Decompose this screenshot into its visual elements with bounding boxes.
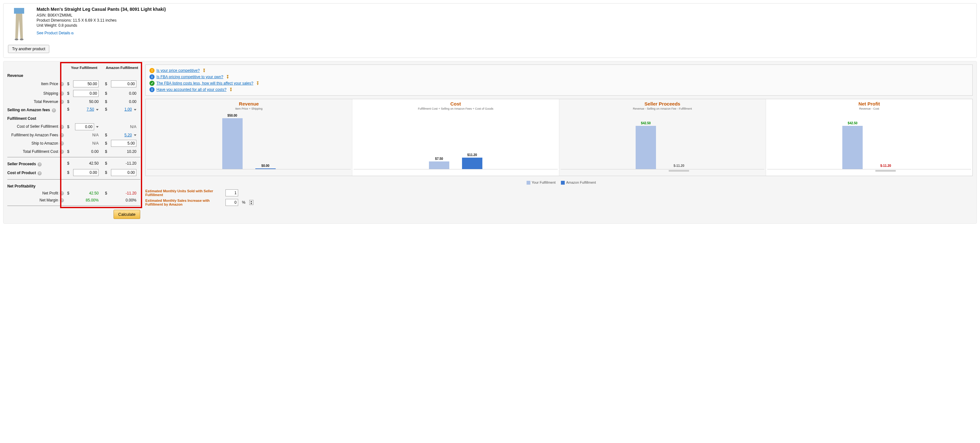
value-net-profit-amazon: -11.20 (108, 190, 141, 197)
help-icon[interactable]: ? (38, 162, 41, 167)
chart-title: Revenue (147, 101, 351, 106)
help-icon[interactable]: ? (60, 141, 64, 146)
value-total-revenue-your: 50.00 (70, 98, 103, 105)
section-revenue: Revenue (7, 71, 141, 79)
input-ship-to-amazon-amazon[interactable] (111, 140, 137, 147)
spinner-up-icon[interactable]: ▲ (250, 200, 253, 202)
legend-label-amazon: Amazon Fulfillment (566, 181, 596, 184)
input-cost-seller-fulfillment-your[interactable] (75, 123, 94, 130)
message-row: iHave you accounted for all of your cost… (150, 86, 969, 93)
external-link-icon: ⧉ (71, 32, 73, 35)
product-asin: ASIN: B06XYZM6ML (37, 13, 165, 17)
label-fulfillment-amazon-fees: Fulfillment by Amazon Fees (11, 133, 58, 137)
bar-negative (669, 170, 689, 171)
chevron-down-icon[interactable] (96, 109, 99, 111)
section-selling-fees: Selling on Amazon fees (7, 108, 50, 112)
bar-negative (875, 170, 896, 171)
bar-rect (429, 162, 449, 169)
bar-label: $-11.20 (880, 164, 891, 167)
help-icon[interactable]: ? (52, 108, 56, 113)
double-chevron-down-icon[interactable]: ▼▼ (256, 81, 259, 85)
bar-label: $0.00 (261, 164, 269, 167)
chart-legend: Your Fulfillment Amazon Fulfillment (145, 178, 973, 187)
help-icon[interactable]: ? (60, 191, 64, 195)
message-link[interactable]: Is your price competitive? (156, 68, 200, 73)
input-item-price-your[interactable] (73, 80, 99, 87)
bar-rect (255, 168, 276, 169)
column-header-amazon: Amazon Fulfillment (103, 65, 141, 71)
label-total-revenue: Total Revenue (34, 100, 58, 104)
spinner-down-icon[interactable]: ▼ (250, 202, 253, 205)
link-fba-fees-amazon[interactable]: 5.20 (124, 133, 132, 137)
double-chevron-down-icon[interactable]: ▼▼ (226, 75, 229, 79)
help-icon[interactable]: ? (60, 92, 64, 96)
calculation-column: Your Fulfillment Amazon Fulfillment Reve… (3, 61, 143, 224)
product-info: Match Men's Straight Leg Casual Pants (3… (37, 7, 165, 41)
legend-swatch-amazon (561, 181, 565, 185)
value-net-margin-amazon: 0.00% (108, 197, 141, 204)
pct-suffix: % (242, 200, 245, 205)
spinner-estimated-increase[interactable]: ▲▼ (249, 200, 253, 205)
bar-rect (222, 118, 243, 169)
bar-label: $11.20 (468, 153, 477, 157)
see-product-details-link[interactable]: See Product Details⧉ (37, 31, 73, 35)
label-total-fulfillment-cost: Total Fulfillment Cost (23, 149, 58, 154)
label-estimated-units: Estimated Monthly Units Sold with Seller… (145, 189, 222, 197)
help-icon[interactable]: ? (60, 198, 64, 202)
help-icon[interactable]: ? (38, 171, 41, 175)
input-estimated-units[interactable] (226, 189, 238, 196)
help-icon[interactable]: ? (60, 125, 64, 129)
chart-net-profit: Net ProfitRevenue - Cost$42.50$-11.20 (766, 99, 972, 176)
value-net-margin-your: 85.00% (70, 197, 103, 204)
link-selling-fees-amazon[interactable]: 1.00 (124, 107, 132, 111)
bar-rect (842, 126, 863, 169)
section-cost-of-product: Cost of Product (7, 171, 36, 175)
bar: $-11.20 (875, 164, 896, 169)
double-chevron-down-icon[interactable]: ▼▼ (202, 69, 206, 73)
svg-point-1 (14, 38, 18, 40)
chart-subtitle: Item Price + Shipping (147, 107, 351, 110)
double-chevron-down-icon[interactable]: ▼▼ (229, 88, 232, 92)
message-link[interactable]: Have you accounted for all of your costs… (156, 87, 226, 92)
value-total-revenue-amazon: 0.00 (108, 98, 141, 105)
charts-column: !Is your price competitive?▼▼iIs FBA pri… (143, 61, 977, 224)
value-seller-proceeds-amazon: -11.20 (108, 159, 141, 167)
link-selling-fees-your[interactable]: 7.50 (86, 107, 94, 111)
input-cost-of-product-amazon[interactable] (111, 169, 137, 176)
message-link[interactable]: The FBA listing costs less, how will thi… (156, 81, 253, 86)
chevron-down-icon[interactable] (134, 109, 137, 111)
input-cost-of-product-your[interactable] (73, 169, 99, 176)
bar: $7.50 (429, 157, 449, 169)
message-link[interactable]: Is FBA pricing competitive to your own? (156, 75, 223, 79)
value-fba-fees-your: N/A (70, 132, 103, 138)
calculate-button[interactable]: Calculate (113, 210, 140, 219)
column-header-your: Your Fulfillment (65, 65, 103, 71)
help-icon[interactable]: ? (60, 82, 64, 86)
try-another-product-button[interactable]: Try another product (8, 45, 49, 53)
message-row: ✓The FBA listing costs less, how will th… (150, 80, 969, 86)
calculator-pane: Your Fulfillment Amazon Fulfillment Reve… (3, 61, 977, 224)
chevron-down-icon[interactable] (96, 126, 99, 128)
input-estimated-increase[interactable] (226, 199, 238, 206)
product-weight: Unit Weight: 0.8 pounds (37, 23, 165, 28)
ok-icon: ✓ (150, 81, 154, 86)
bar-label: $42.50 (848, 121, 858, 125)
warn-icon: ! (150, 68, 154, 73)
svg-rect-0 (14, 8, 24, 14)
help-icon[interactable]: ? (60, 133, 64, 137)
chart-cost: CostFulfillment Cost + Selling on Amazon… (352, 99, 559, 176)
product-dimensions: Product Dimensions: 11.5 X 6.69 X 3.11 i… (37, 18, 165, 22)
value-seller-proceeds-your: 42.50 (70, 159, 103, 167)
label-ship-to-amazon: Ship to Amazon (32, 141, 58, 146)
product-panel: Match Men's Straight Leg Casual Pants (3… (3, 3, 977, 58)
input-item-price-amazon[interactable] (111, 80, 137, 87)
chart-subtitle: Revenue - Cost (767, 107, 971, 110)
chevron-down-icon[interactable] (134, 135, 137, 136)
product-image (8, 7, 30, 41)
input-shipping-your[interactable] (73, 90, 99, 97)
help-icon[interactable]: ? (60, 100, 64, 104)
help-icon[interactable]: ? (60, 150, 64, 154)
chart-title: Net Profit (767, 101, 971, 106)
section-fulfillment-cost: Fulfillment Cost (7, 114, 141, 122)
value-net-profit-your: 42.50 (70, 190, 103, 197)
